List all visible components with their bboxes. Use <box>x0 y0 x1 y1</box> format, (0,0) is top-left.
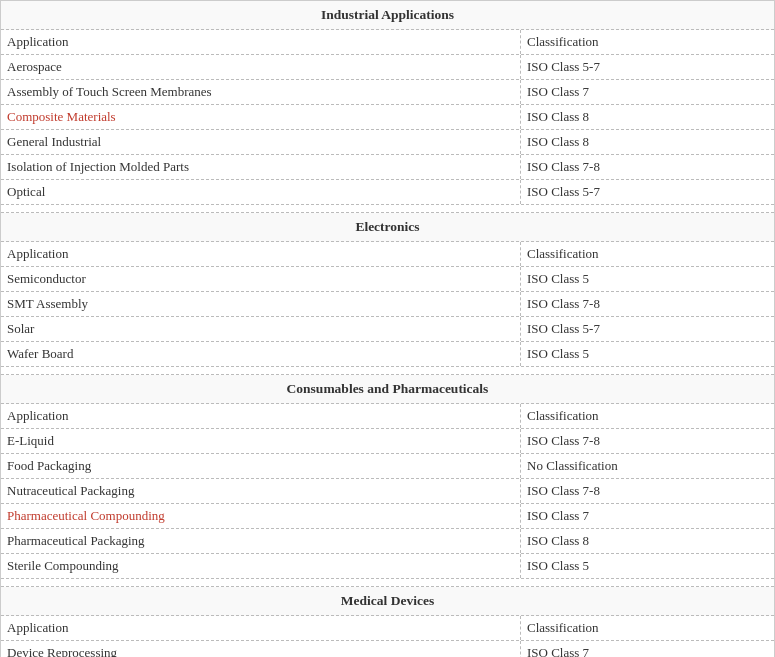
cell-application: Optical <box>1 180 521 204</box>
cell-application: Food Packaging <box>1 454 521 478</box>
cell-classification: ISO Class 7-8 <box>521 155 774 179</box>
table-row: SemiconductorISO Class 5 <box>1 267 774 292</box>
cell-classification: ISO Class 5 <box>521 342 774 366</box>
column-header-class: Classification <box>521 404 774 428</box>
table-row: Wafer BoardISO Class 5 <box>1 342 774 367</box>
table-row: General IndustrialISO Class 8 <box>1 130 774 155</box>
cell-classification: ISO Class 7 <box>521 504 774 528</box>
cell-classification: ISO Class 5 <box>521 267 774 291</box>
table-row: Composite MaterialsISO Class 8 <box>1 105 774 130</box>
cell-application: Aerospace <box>1 55 521 79</box>
table-row: SMT AssemblyISO Class 7-8 <box>1 292 774 317</box>
cell-application: Isolation of Injection Molded Parts <box>1 155 521 179</box>
cell-application: Assembly of Touch Screen Membranes <box>1 80 521 104</box>
table-row: Device ReprocessingISO Class 7 <box>1 641 774 657</box>
section-header-0: Industrial Applications <box>1 1 774 30</box>
cell-application: Wafer Board <box>1 342 521 366</box>
column-header-class: Classification <box>521 616 774 640</box>
cell-application: General Industrial <box>1 130 521 154</box>
table-row: E-LiquidISO Class 7-8 <box>1 429 774 454</box>
table-row: ApplicationClassification <box>1 616 774 641</box>
cell-application: E-Liquid <box>1 429 521 453</box>
table-row: Sterile CompoundingISO Class 5 <box>1 554 774 579</box>
table-row: SolarISO Class 5-7 <box>1 317 774 342</box>
table-row: Food PackagingNo Classification <box>1 454 774 479</box>
cell-application: Device Reprocessing <box>1 641 521 657</box>
table-row: Pharmaceutical CompoundingISO Class 7 <box>1 504 774 529</box>
table-row: Assembly of Touch Screen MembranesISO Cl… <box>1 80 774 105</box>
cell-classification: ISO Class 8 <box>521 130 774 154</box>
table-row: Pharmaceutical PackagingISO Class 8 <box>1 529 774 554</box>
column-header-app: Application <box>1 404 521 428</box>
section-header-1: Electronics <box>1 213 774 242</box>
cell-application: SMT Assembly <box>1 292 521 316</box>
column-header-class: Classification <box>521 30 774 54</box>
cell-classification: ISO Class 7-8 <box>521 429 774 453</box>
cell-application: Pharmaceutical Compounding <box>1 504 521 528</box>
section-header-3: Medical Devices <box>1 587 774 616</box>
section-spacer <box>1 205 774 213</box>
table-row: OpticalISO Class 5-7 <box>1 180 774 205</box>
main-table: Industrial ApplicationsApplicationClassi… <box>0 0 775 657</box>
cell-classification: ISO Class 7 <box>521 80 774 104</box>
column-header-app: Application <box>1 30 521 54</box>
table-row: ApplicationClassification <box>1 404 774 429</box>
section-header-2: Consumables and Pharmaceuticals <box>1 375 774 404</box>
column-header-class: Classification <box>521 242 774 266</box>
table-row: Isolation of Injection Molded PartsISO C… <box>1 155 774 180</box>
cell-classification: ISO Class 7 <box>521 641 774 657</box>
cell-application: Pharmaceutical Packaging <box>1 529 521 553</box>
column-header-app: Application <box>1 616 521 640</box>
column-header-app: Application <box>1 242 521 266</box>
table-row: AerospaceISO Class 5-7 <box>1 55 774 80</box>
table-row: ApplicationClassification <box>1 30 774 55</box>
cell-classification: No Classification <box>521 454 774 478</box>
cell-classification: ISO Class 7-8 <box>521 479 774 503</box>
section-spacer <box>1 579 774 587</box>
cell-application: Sterile Compounding <box>1 554 521 578</box>
cell-classification: ISO Class 5 <box>521 554 774 578</box>
cell-application: Semiconductor <box>1 267 521 291</box>
cell-classification: ISO Class 5-7 <box>521 180 774 204</box>
table-row: ApplicationClassification <box>1 242 774 267</box>
cell-application: Nutraceutical Packaging <box>1 479 521 503</box>
cell-application: Solar <box>1 317 521 341</box>
cell-classification: ISO Class 7-8 <box>521 292 774 316</box>
cell-classification: ISO Class 8 <box>521 529 774 553</box>
cell-classification: ISO Class 5-7 <box>521 317 774 341</box>
table-row: Nutraceutical PackagingISO Class 7-8 <box>1 479 774 504</box>
section-spacer <box>1 367 774 375</box>
cell-classification: ISO Class 8 <box>521 105 774 129</box>
cell-application: Composite Materials <box>1 105 521 129</box>
cell-classification: ISO Class 5-7 <box>521 55 774 79</box>
